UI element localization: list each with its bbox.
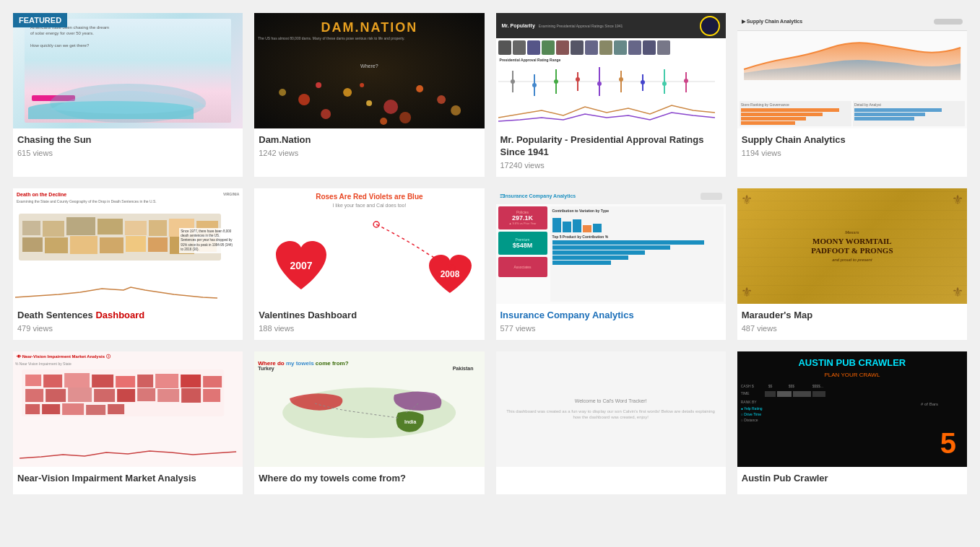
- card-thumb-nearvision: 👁 Near-Vision Impairment Market Analysis…: [13, 351, 243, 467]
- svg-rect-58: [92, 375, 113, 388]
- card-supply-chain[interactable]: ▶ Supply Chain Analytics: [737, 13, 967, 177]
- featured-badge: FEATURED: [13, 13, 67, 27]
- ins-hbar-4: [552, 255, 628, 260]
- svg-point-26: [554, 79, 558, 84]
- svg-rect-63: [203, 376, 222, 388]
- svg-point-24: [511, 79, 515, 84]
- svg-rect-35: [43, 221, 64, 237]
- aus-t-4: [812, 391, 825, 397]
- sc-area-chart: [740, 33, 965, 80]
- svg-rect-71: [181, 388, 201, 403]
- svg-rect-76: [86, 405, 105, 415]
- card-title-supply: Supply Chain Analytics: [742, 134, 963, 146]
- svg-rect-42: [22, 237, 43, 252]
- card-title-insurance: Insurance Company Analytics: [500, 310, 721, 322]
- svg-rect-36: [66, 217, 95, 235]
- svg-point-31: [662, 82, 667, 86]
- sc-bar-2: [741, 113, 823, 116]
- nv-map-svg: [15, 367, 240, 421]
- thumb-visual-nearvision: 👁 Near-Vision Impairment Market Analysis…: [13, 351, 243, 467]
- aus-rank-label: RANK BY: [741, 400, 757, 404]
- ins-charts-area: Contribution to Variation by Type Top 5 …: [550, 206, 724, 302]
- card-info-valentines: Valentines Dashboard 188 views: [254, 304, 484, 340]
- pres-3: [527, 40, 540, 55]
- sc-right-label: Detail by Analyst: [854, 102, 963, 107]
- svg-rect-56: [43, 375, 62, 388]
- sc-rbar-3: [854, 117, 914, 121]
- blank-text-2: This dashboard was created as a fun way …: [503, 408, 719, 421]
- sc-label: Store Ranking by Governance: [741, 102, 850, 107]
- svg-rect-37: [97, 219, 123, 235]
- card-title-marauder: Marauder's Map: [742, 310, 963, 322]
- card-views-marauder: 487 views: [742, 324, 963, 333]
- aus-h-sss: $$$: [789, 384, 810, 388]
- card-death-sentences[interactable]: Death on the Decline Examining the State…: [13, 188, 243, 340]
- thumb-visual-marauder: Messrs MOONY WORMTAILPADFOOT & PRONGS an…: [737, 188, 967, 304]
- ins-bars-contrib: [552, 214, 721, 232]
- card-towels[interactable]: Where do my towels come from? Turkey Pak…: [254, 351, 484, 494]
- svg-point-10: [360, 83, 364, 87]
- aus-time-row: TIME: [741, 391, 963, 397]
- card-views-supply: 1194 views: [742, 149, 963, 157]
- aus-t-vals: [765, 391, 963, 397]
- thumb-visual-death: Death on the Decline Examining the State…: [13, 188, 243, 304]
- pres-8: [599, 40, 612, 55]
- card-title-death: Death Sentences Dashboard: [17, 310, 238, 322]
- card-near-vision[interactable]: 👁 Near-Vision Impairment Market Analysis…: [13, 351, 243, 494]
- card-mr-popularity[interactable]: Mr. Popularity Examining Presidential Ap…: [496, 13, 726, 177]
- tow-map-svg: India: [256, 373, 482, 438]
- pres-12: [657, 40, 670, 55]
- card-chasing-the-sun[interactable]: FEATURED Americans have been chasing the…: [13, 13, 243, 177]
- card-blank[interactable]: Welcome to Cal's Word Tracker! This dash…: [496, 351, 726, 494]
- svg-rect-47: [148, 237, 168, 252]
- mar-parchment: [737, 188, 967, 304]
- pres-6: [571, 40, 584, 55]
- thumb-visual-valentines: Roses Are Red Violets are Blue I like yo…: [254, 188, 484, 304]
- card-title-valentines: Valentines Dashboard: [259, 310, 480, 322]
- card-thumb-blank: Welcome to Cal's Word Tracker! This dash…: [496, 351, 726, 467]
- aus-h-ss: $$: [768, 384, 786, 388]
- card-views-chasing: 615 views: [17, 149, 238, 157]
- ins-assoc-label: Associates: [513, 265, 531, 269]
- card-marauders-map[interactable]: Messrs MOONY WORMTAILPADFOOT & PRONGS an…: [737, 188, 967, 340]
- sc-bottom: Store Ranking by Governance Detail by An…: [740, 101, 965, 126]
- sc-bar-list: [741, 108, 850, 125]
- svg-point-27: [576, 77, 580, 82]
- svg-rect-75: [62, 403, 84, 415]
- sc-title: ▶ Supply Chain Analytics: [742, 19, 802, 25]
- dam-dots-svg: [254, 71, 484, 128]
- card-valentines[interactable]: Roses Are Red Violets are Blue I like yo…: [254, 188, 484, 340]
- aus-t-3: [793, 391, 811, 397]
- sc-left-bars: Store Ranking by Governance: [740, 101, 851, 126]
- svg-point-8: [279, 89, 286, 96]
- svg-point-12: [316, 82, 321, 88]
- svg-rect-64: [25, 389, 43, 402]
- card-dam-nation[interactable]: DAM.NATION The US has almost 80,000 dams…: [254, 13, 484, 177]
- dam-where: Where?: [360, 64, 378, 69]
- blank-inner: Welcome to Cal's Word Tracker! This dash…: [496, 351, 726, 467]
- mrpop-presidents-row: [498, 40, 724, 55]
- ins-bar-2: [563, 222, 571, 232]
- svg-rect-68: [117, 389, 135, 402]
- svg-rect-61: [155, 374, 178, 388]
- svg-point-30: [641, 80, 645, 84]
- thumb-visual-towels: Where do my towels come from? Turkey Pak…: [254, 351, 484, 467]
- card-austin-pub[interactable]: AUSTIN PUB CRAWLER PLAN YOUR CRAWL CASH …: [737, 351, 967, 494]
- thumb-visual-chasing: Americans have been chasing the dreamof …: [25, 19, 231, 123]
- pres-11: [643, 40, 656, 55]
- aus-t-2: [777, 391, 792, 397]
- ins-bar-3: [573, 219, 581, 232]
- card-info-supply: Supply Chain Analytics 1194 views: [737, 128, 967, 165]
- pres-7: [585, 40, 598, 55]
- card-views-valentines: 188 views: [259, 324, 480, 333]
- card-insurance[interactable]: ☶ Insurance Company Analytics Policies 2…: [496, 188, 726, 340]
- card-title-nearvision: Near-Vision Impairment Market Analysis: [17, 473, 238, 485]
- card-title-austin: Austin Pub Crawler: [742, 473, 963, 485]
- aus-title-text: AUSTIN PUB CRAWLER: [798, 357, 906, 368]
- sc-rbar-1: [854, 108, 942, 112]
- blank-content: Welcome to Cal's Word Tracker! This dash…: [496, 390, 726, 427]
- svg-rect-67: [94, 389, 115, 402]
- svg-point-2: [343, 88, 352, 97]
- val-subtitle-text: I like your face and Cal does too!: [332, 203, 406, 208]
- sc-slider: [934, 19, 963, 25]
